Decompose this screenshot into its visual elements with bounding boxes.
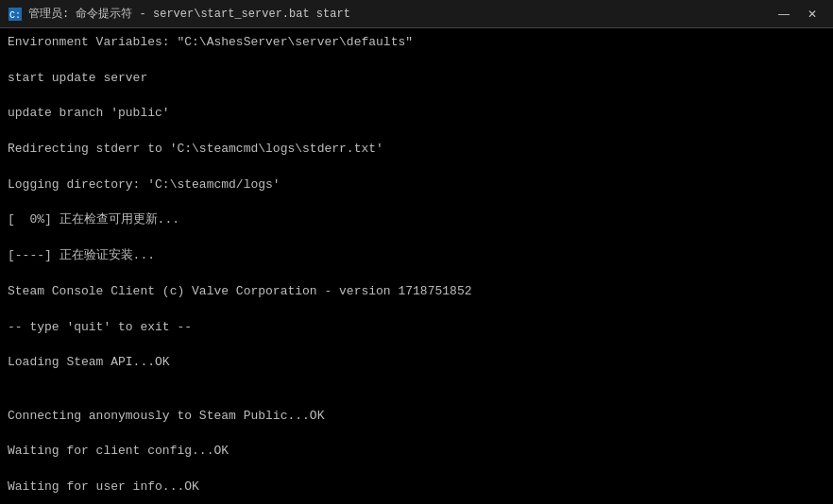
title-bar-text: 管理员: 命令提示符 - server\start_server.bat sta… (28, 6, 771, 22)
terminal-line: [ 0%] 正在检查可用更新... (8, 211, 825, 229)
svg-text:C:: C: (9, 10, 21, 21)
terminal-line: Loading Steam API...OK (8, 354, 825, 372)
title-bar: C: 管理员: 命令提示符 - server\start_server.bat … (0, 0, 833, 28)
cmd-icon: C: (8, 7, 23, 22)
terminal-line: Redirecting stderr to 'C:\steamcmd\logs\… (8, 141, 825, 159)
terminal-line: Environment Variables: "C:\AshesServer\s… (8, 34, 825, 52)
terminal-line: Waiting for user info...OK (8, 479, 825, 496)
terminal-line: update branch 'public' (8, 105, 825, 123)
terminal-line: start update server (8, 70, 825, 88)
close-button[interactable]: ✕ (799, 4, 825, 25)
terminal-line: [----] 正在验证安装... (8, 247, 825, 265)
terminal-line: Steam Console Client (c) Valve Corporati… (8, 283, 825, 301)
terminal-line: Logging directory: 'C:\steamcmd/logs' (8, 176, 825, 194)
terminal-output: Environment Variables: "C:\AshesServer\s… (0, 28, 833, 504)
terminal-line: Waiting for client config...OK (8, 443, 825, 461)
title-bar-controls: — ✕ (771, 4, 825, 25)
terminal-line: -- type 'quit' to exit -- (8, 319, 825, 337)
window: C: 管理员: 命令提示符 - server\start_server.bat … (0, 0, 833, 504)
terminal-line: Connecting anonymously to Steam Public..… (8, 408, 825, 426)
minimize-button[interactable]: — (771, 4, 797, 25)
